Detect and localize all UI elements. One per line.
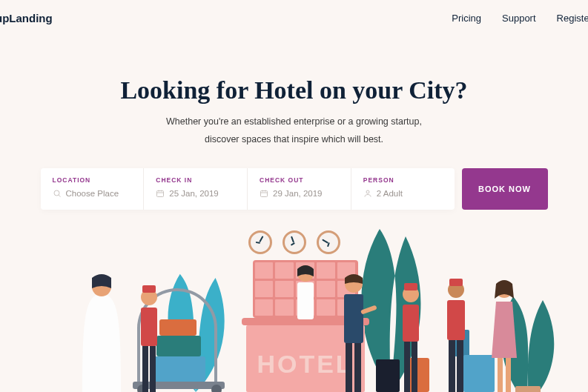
location-value: Choose Place [66,189,119,198]
person-label: PERSON [363,176,444,184]
svg-rect-21 [344,294,363,343]
svg-rect-18 [150,346,156,392]
checkout-value: 29 Jan, 2019 [273,189,323,198]
svg-rect-35 [457,340,463,392]
hero-illustration: HOTEL [27,201,561,392]
person-bellhop-icon [128,282,171,392]
checkout-label: CHECK OUT [260,176,340,184]
nav-support[interactable]: Support [502,13,536,24]
checkin-value: 25 Jan, 2019 [169,189,219,198]
location-label: LOCATION [53,176,133,184]
svg-point-0 [54,190,59,196]
svg-rect-23 [346,343,352,392]
svg-point-10 [366,190,369,193]
hero-subtitle-line1: Whether you're an established enterprise… [166,116,422,127]
calendar-icon [156,189,165,198]
svg-rect-33 [449,279,463,286]
clock-icon [317,230,340,254]
logo[interactable]: upLanding [0,12,53,24]
clock-icon [283,230,306,254]
svg-rect-28 [404,283,417,290]
svg-rect-31 [447,300,465,340]
svg-rect-17 [142,346,148,392]
svg-rect-30 [412,342,417,392]
svg-line-1 [59,195,60,196]
svg-rect-19 [297,282,314,319]
checkin-label: CHECK IN [156,176,237,184]
person-bellhop-icon [388,281,434,392]
svg-rect-26 [403,305,419,342]
svg-rect-16 [142,285,156,293]
svg-rect-14 [141,308,157,346]
person-guest-icon [73,272,130,392]
person-businessman-icon [328,269,380,392]
svg-rect-38 [506,358,511,392]
search-icon [53,189,62,198]
person-guest-icon [483,276,526,392]
svg-rect-2 [157,190,164,196]
wall-clocks [248,230,340,254]
svg-rect-29 [404,342,410,392]
person-icon [363,189,372,198]
svg-rect-6 [261,190,268,196]
nav-pricing[interactable]: Pricing [452,13,481,24]
svg-rect-34 [449,340,455,392]
person-receptionist-icon [287,262,324,319]
person-porter-icon [432,276,480,392]
calendar-icon [260,189,268,198]
hero-subtitle-line2: discover spaces that inspire which will … [205,134,383,144]
clock-icon [248,230,272,254]
svg-rect-13 [97,276,106,279]
hero-title: Looking for Hotel on your City? [0,76,588,104]
person-value: 2 Adult [377,189,403,198]
svg-rect-24 [354,343,361,392]
svg-rect-37 [498,358,503,392]
nav-register[interactable]: Register [557,13,588,24]
